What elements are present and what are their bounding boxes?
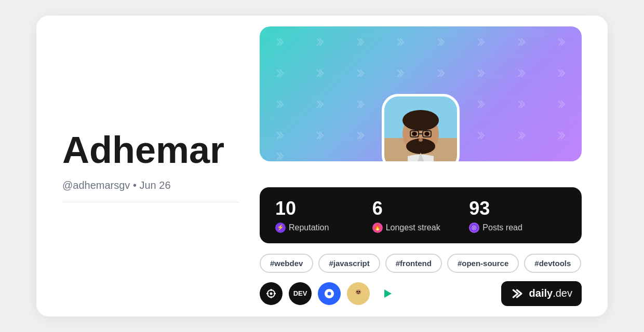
left-section: Adhemar @adhemarsgv • Jun 26: [62, 130, 260, 202]
pattern-icon: [260, 58, 300, 89]
reputation-label-row: ⚡ Reputation: [275, 223, 372, 233]
pattern-icon: [501, 26, 542, 58]
tag-open-source[interactable]: #open-source: [447, 254, 519, 273]
banner-background: [260, 26, 582, 161]
pattern-icon: [461, 120, 502, 151]
tag-devtools[interactable]: #devtools: [524, 254, 581, 273]
avatar-container: [382, 94, 460, 161]
posts-read-label: Posts read: [482, 223, 522, 232]
pattern-icon: [542, 89, 582, 120]
posts-read-icon: ◎: [469, 223, 479, 233]
streak-label: Longest streak: [386, 223, 440, 232]
tags-section: #webdev #javascript #frontend #open-sour…: [260, 254, 582, 273]
user-name: Adhemar: [62, 130, 239, 171]
pattern-icon: [260, 26, 300, 58]
pattern-icon: [461, 26, 502, 58]
reputation-value: 10: [275, 198, 372, 219]
daily-dev-text: daily.dev: [529, 287, 572, 299]
user-handle-date: @adhemarsgv • Jun 26: [62, 179, 239, 191]
stat-streak: 6 🔥 Longest streak: [372, 198, 469, 233]
pattern-icon: [300, 89, 341, 120]
pattern-icon: [340, 26, 381, 58]
divider: [62, 202, 239, 202]
svg-point-22: [359, 290, 360, 292]
pattern-icon: [501, 120, 542, 151]
pattern-icon: [260, 151, 300, 161]
pattern-icon: [340, 120, 381, 151]
avatar-image: [384, 96, 457, 161]
svg-point-21: [357, 290, 358, 292]
tag-webdev[interactable]: #webdev: [260, 254, 313, 273]
pattern-icon: [542, 58, 582, 89]
user-handle: @adhemarsgv: [62, 179, 130, 191]
right-section: 10 ⚡ Reputation 6 🔥 Longest streak 93 ◎ …: [260, 26, 582, 306]
reputation-label: Reputation: [289, 223, 329, 232]
user-join-date: Jun 26: [140, 179, 171, 191]
pattern-icon: [300, 58, 341, 89]
tag-javascript[interactable]: #javascript: [318, 254, 380, 273]
pattern-icon: [542, 120, 582, 151]
streak-value: 6: [372, 198, 469, 219]
pattern-icon: [542, 26, 582, 58]
posts-read-label-row: ◎ Posts read: [469, 223, 566, 233]
svg-point-3: [403, 110, 439, 131]
profile-banner: [260, 26, 582, 161]
pattern-icon: [421, 58, 461, 89]
avatar: [382, 94, 460, 161]
pattern-icon: [260, 89, 300, 120]
pattern-icon: [300, 26, 341, 58]
daily-dev-logo-icon: [511, 286, 525, 301]
pattern-icon: [461, 89, 502, 120]
svg-point-12: [270, 292, 273, 295]
profile-card: Adhemar @adhemarsgv • Jun 26: [36, 16, 608, 316]
pattern-icon: [260, 120, 300, 151]
pattern-icon: [381, 58, 421, 89]
pattern-icon: [300, 120, 341, 151]
tag-frontend[interactable]: #frontend: [385, 254, 442, 273]
avatar-social-icon[interactable]: [347, 282, 370, 305]
streak-icon: 🔥: [372, 223, 383, 233]
crosshair-social-icon[interactable]: [260, 282, 283, 305]
pattern-icon: [421, 26, 461, 58]
pattern-icon: [461, 58, 502, 89]
pattern-icon: [501, 89, 542, 120]
stat-posts-read: 93 ◎ Posts read: [469, 198, 566, 233]
hashnode-social-icon[interactable]: [318, 282, 341, 305]
stat-reputation: 10 ⚡ Reputation: [275, 198, 372, 233]
play-social-icon[interactable]: [376, 282, 399, 305]
svg-point-5: [412, 132, 417, 136]
reputation-icon: ⚡: [275, 223, 286, 233]
pattern-icon: [381, 26, 421, 58]
svg-point-10: [419, 139, 423, 142]
separator: •: [133, 179, 140, 191]
svg-point-6: [424, 132, 430, 136]
social-icons: DEV: [260, 282, 399, 305]
daily-dev-branding: daily.dev: [501, 281, 582, 306]
social-section: DEV: [260, 281, 582, 306]
pattern-icon: [340, 89, 381, 120]
svg-marker-23: [384, 289, 392, 298]
stats-bar: 10 ⚡ Reputation 6 🔥 Longest streak 93 ◎ …: [260, 187, 582, 243]
dev-social-icon[interactable]: DEV: [289, 282, 312, 305]
pattern-icon: [340, 58, 381, 89]
pattern-icon: [501, 58, 542, 89]
streak-label-row: 🔥 Longest streak: [372, 223, 469, 233]
posts-read-value: 93: [469, 198, 566, 219]
svg-point-19: [354, 294, 363, 300]
